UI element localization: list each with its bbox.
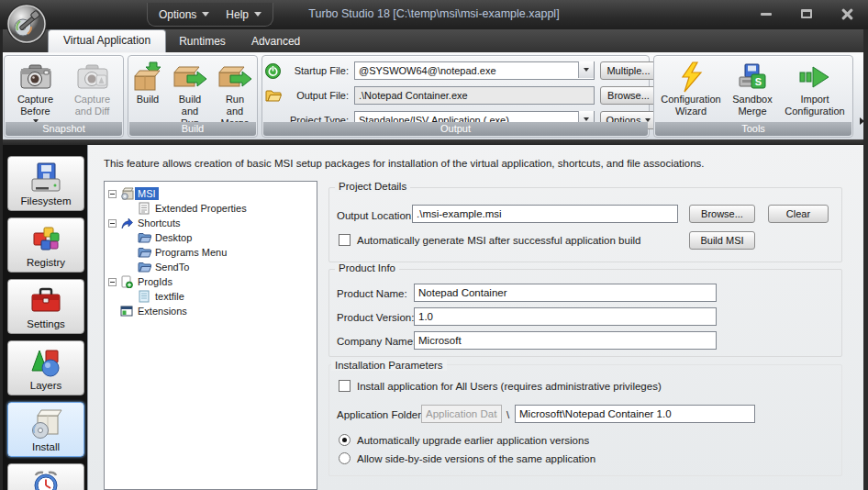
registry-icon: [8, 222, 83, 257]
app-logo-button[interactable]: [6, 3, 48, 45]
tree-item-label: ProgIds: [135, 275, 175, 288]
install-box-icon: [8, 406, 83, 441]
sandbox-merge-button[interactable]: S Sandbox Merge: [727, 58, 778, 117]
chevron-down-icon: [584, 117, 589, 121]
import-configuration-button[interactable]: Import Configuration: [780, 58, 850, 117]
tree-item-desktop[interactable]: Desktop: [105, 230, 317, 245]
product-name-field[interactable]: [414, 284, 717, 302]
alarm-clock-icon: [8, 468, 83, 490]
sidebar-item-clock[interactable]: [7, 463, 84, 490]
application-folder-field[interactable]: [515, 405, 755, 423]
build-msi-button[interactable]: Build MSI: [689, 231, 755, 250]
tab-virtual-application[interactable]: Virtual Application: [48, 29, 166, 52]
build-and-run-button[interactable]: Build and Run: [169, 58, 211, 129]
help-menu[interactable]: Help: [226, 8, 262, 21]
filesystem-icon: [8, 161, 83, 195]
build-button[interactable]: Build: [128, 58, 167, 129]
output-file-row: Output File: Browse...: [262, 85, 651, 106]
side-by-side-radio[interactable]: [339, 452, 351, 464]
feature-description: This feature allows creation of basic MS…: [104, 158, 705, 169]
sidebar-item-registry[interactable]: Registry: [7, 217, 84, 273]
tree-item-label: Extensions: [135, 305, 190, 317]
sidebar-item-label: Settings: [27, 318, 65, 329]
tree-item-shortcuts[interactable]: Shortcuts: [105, 216, 317, 230]
company-name-field[interactable]: [414, 331, 717, 350]
options-menu-label: Options: [159, 8, 196, 21]
side-by-side-radio-label: Allow side-by-side versions of the same …: [357, 453, 595, 464]
startup-file-combobox[interactable]: [354, 61, 595, 80]
extensions-icon: [120, 305, 133, 317]
tab-advanced[interactable]: Advanced: [239, 31, 313, 52]
sidebar-item-install[interactable]: Install: [7, 402, 84, 457]
output-file-field[interactable]: [354, 86, 595, 105]
tree-item-extensions[interactable]: Extensions: [105, 304, 317, 318]
auto-generate-checkbox[interactable]: [339, 234, 351, 246]
sidebar-item-label: Registry: [27, 257, 65, 268]
camera-icon: [19, 61, 52, 94]
tree-item-label: MSI: [135, 187, 159, 200]
run-merge-box-icon: [217, 61, 252, 94]
window-border-left: [0, 29, 3, 490]
product-version-field[interactable]: [414, 307, 717, 326]
startup-file-dropdown-button[interactable]: [578, 61, 594, 78]
folder-icon: [138, 232, 151, 244]
sidebar-item-layers[interactable]: Layers: [7, 340, 84, 395]
capture-before-label-line1: Capture: [17, 94, 53, 106]
capture-before-label-line2: Before: [20, 106, 50, 117]
startup-file-row: Startup File: Multiple...: [262, 61, 651, 81]
sidebar-item-filesystem[interactable]: Filesystem: [7, 156, 84, 211]
tree-item-progids[interactable]: ProgIds: [105, 274, 317, 289]
browse-output-button[interactable]: Browse...: [600, 86, 657, 105]
sidebar-item-settings[interactable]: Settings: [7, 279, 84, 334]
folder-icon: [265, 89, 282, 103]
sandbox-merge-icon: S: [738, 61, 767, 94]
run-and-merge-button[interactable]: Run and Merge: [213, 58, 257, 129]
tab-runtimes[interactable]: Runtimes: [166, 31, 239, 52]
capture-before-button[interactable]: Capture Before: [8, 58, 63, 123]
camera-diff-icon: [76, 61, 109, 94]
close-button[interactable]: [837, 6, 857, 22]
output-location-field[interactable]: [412, 205, 678, 223]
product-info-groupbox: Product Info Product Name: Product Versi…: [328, 269, 842, 357]
import-configuration-label-line1: Import: [800, 94, 829, 106]
build-run-box-icon: [172, 61, 207, 94]
upgrade-radio[interactable]: [339, 434, 351, 446]
lightning-icon: [677, 61, 705, 94]
all-users-label: Install application for All Users (requi…: [357, 381, 662, 392]
chevron-down-icon: [202, 12, 209, 17]
maximize-button[interactable]: [796, 6, 817, 22]
window-controls: [756, 6, 857, 22]
title-bar: Turbo Studio 18 [C:\temp\msi\msi-example…: [0, 0, 868, 29]
tree-item-label: SendTo: [152, 261, 192, 273]
options-menu[interactable]: Options: [159, 8, 209, 21]
collapse-icon[interactable]: [108, 278, 117, 286]
tree-item-label: Shortcuts: [135, 217, 183, 229]
chevron-down-icon: [254, 12, 262, 17]
ribbon-group-tools: Configuration Wizard S Sa: [653, 55, 853, 138]
output-group-label: Output: [263, 122, 648, 136]
tree-item-extended-properties[interactable]: Extended Properties: [105, 201, 317, 216]
progid-icon: [120, 275, 133, 288]
output-location-label: Output Location:: [337, 210, 414, 221]
tree-item-programs-menu[interactable]: Programs Menu: [105, 245, 317, 260]
power-icon: [265, 63, 281, 79]
all-users-checkbox[interactable]: [339, 380, 351, 392]
minimize-button[interactable]: [756, 6, 776, 22]
capture-and-diff-button: Capture and Diff: [65, 58, 120, 123]
window-border-right: [863, 29, 868, 490]
msi-tree-panel: MSI Extended Properties Shortcuts: [104, 181, 317, 490]
import-configuration-label-line2: Configuration: [785, 106, 844, 117]
tree-item-textfile[interactable]: textfile: [105, 289, 317, 304]
multiple-button[interactable]: Multiple...: [600, 61, 657, 80]
collapse-icon[interactable]: [108, 190, 117, 198]
startup-file-label: Startup File:: [283, 65, 349, 76]
clear-button[interactable]: Clear: [768, 205, 829, 223]
ribbon-group-output: Startup File: Multiple... Output File: B…: [262, 55, 650, 138]
msi-package-icon: [120, 187, 134, 200]
browse-button[interactable]: Browse...: [689, 205, 755, 223]
collapse-icon[interactable]: [108, 219, 117, 228]
tree-item-sendto[interactable]: SendTo: [105, 260, 317, 274]
tree-item-msi[interactable]: MSI: [105, 186, 317, 201]
configuration-wizard-button[interactable]: Configuration Wizard: [657, 58, 725, 117]
snapshot-group-label: Snapshot: [6, 122, 122, 136]
